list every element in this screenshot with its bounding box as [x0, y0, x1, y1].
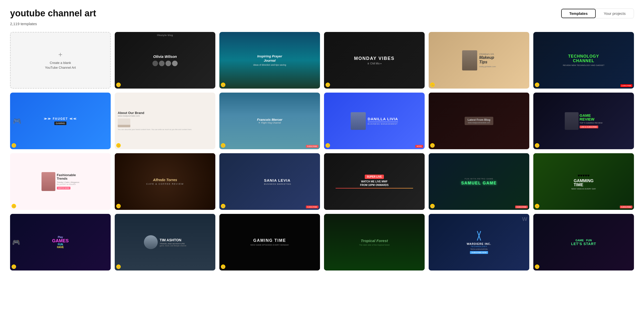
- template-card[interactable]: Latest From Blog www.readyourbrandsite.c…: [429, 93, 529, 149]
- plus-icon: +: [58, 51, 62, 59]
- template-card[interactable]: 🎮 Play GAMES FUN HAVE 👑: [10, 214, 111, 270]
- template-card[interactable]: Alfredo Torres CAFE & COFFEE REVIEW 👑: [115, 153, 215, 210]
- crown-badge: 👑: [221, 204, 225, 208]
- template-card[interactable]: ≫≫ FAUGET ≪≪ GAMING 🎮 👑: [10, 93, 111, 149]
- crown-badge: 👑: [116, 83, 121, 87]
- tab-templates[interactable]: Templates: [561, 9, 596, 18]
- crown-badge: 👑: [116, 143, 121, 148]
- blank-label: Create a blankYouTube Channel Art: [45, 61, 76, 70]
- crown-badge: 👑: [535, 83, 539, 87]
- template-card[interactable]: ♥♥♥♥♥ GAMMINGTIME NEW VIDEOS EVERY DAY S…: [533, 153, 634, 210]
- crown-badge: 👑: [535, 143, 539, 148]
- template-card[interactable]: Francois Mercer ✈ Flight Vlog Channel SU…: [219, 93, 320, 149]
- crown-badge: 👑: [430, 204, 435, 208]
- template-card[interactable]: GAMING TIME NEW GAME EPISODES EVERY MOND…: [219, 214, 320, 270]
- template-card[interactable]: TECHNOLOGYCHANNEL REVIEW NEW TECHNOLOGY …: [533, 32, 634, 89]
- template-card[interactable]: DANILLA LIVIA BUSINESS MANAGEMENT MORE 👑: [324, 93, 425, 149]
- crown-badge: 👑: [12, 143, 16, 148]
- template-card[interactable]: SANIA LEVIA BUSINESS MARKETING SUBSCRIBE…: [219, 153, 320, 210]
- template-card[interactable]: W WARDIERE INC. TECHNOLOGY TECH & EDUCAT…: [429, 214, 529, 270]
- template-card[interactable]: MONDAY VIBES ⏸ Chill Mix ▶ 👑: [324, 32, 425, 89]
- templates-grid: + Create a blankYouTube Channel Art life…: [10, 32, 634, 270]
- crown-badge: 👑: [116, 204, 121, 208]
- tab-group: Templates Your projects: [561, 9, 634, 18]
- crown-badge: 👑: [12, 264, 16, 269]
- template-card[interactable]: FUN WITH RETRO GAME SAMUEL GAME SUBSCRIB…: [429, 153, 529, 210]
- crown-badge: 👑: [535, 264, 539, 269]
- crown-badge: 👑: [221, 143, 225, 148]
- crown-badge: 👑: [116, 264, 121, 269]
- template-card[interactable]: SUPER LIVE WATCH ME LIVE MWFFROM 10PM ON…: [324, 153, 425, 210]
- create-blank-card[interactable]: + Create a blankYouTube Channel Art: [10, 32, 111, 89]
- crown-badge: 👑: [326, 143, 330, 148]
- page-header: youtube channel art Templates Your proje…: [10, 8, 634, 19]
- page-title: youtube channel art: [10, 8, 96, 19]
- template-card[interactable]: Christina's 101 MakeupTips really.go/tab…: [429, 32, 529, 89]
- template-card[interactable]: About Our Brand www.readyourmake.com You…: [115, 93, 215, 149]
- template-card[interactable]: FashionableTrends Trendy | Calm | Elegan…: [10, 153, 111, 210]
- crown-badge: 👑: [430, 143, 435, 148]
- tab-your-projects[interactable]: Your projects: [596, 9, 634, 18]
- template-card[interactable]: TIM ASHTON TRAVEL AND ADVENTURE game, tr…: [115, 214, 215, 270]
- template-card[interactable]: Tropical Forest The dark side of the tro…: [324, 214, 425, 270]
- template-count: 2,119 templates: [10, 22, 634, 26]
- template-card[interactable]: GAMEREVIEW TOP 5 GAMING REVIEW LIKE & SU…: [533, 93, 634, 149]
- template-card[interactable]: Inspiring PrayerJournal ideas of directi…: [219, 32, 320, 89]
- crown-badge: 👑: [430, 83, 435, 87]
- crown-badge: 👑: [326, 83, 330, 87]
- template-card[interactable]: GAME FUN LET'S START 👑: [533, 214, 634, 270]
- template-card[interactable]: lifestyle blog Olivia Wilson 👑: [115, 32, 215, 89]
- crown-badge: 👑: [221, 264, 225, 269]
- crown-badge: 👑: [12, 204, 16, 208]
- crown-badge: 👑: [535, 204, 539, 208]
- crown-badge: 👑: [221, 83, 225, 87]
